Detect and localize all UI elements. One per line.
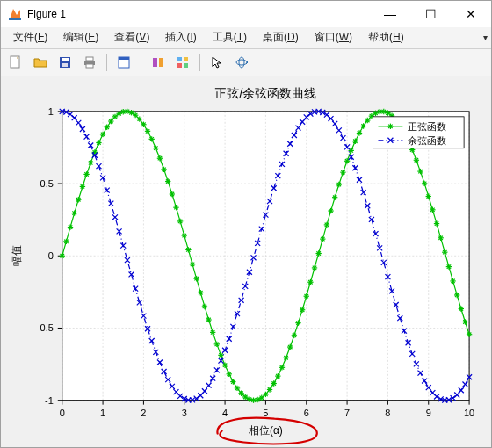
chart-title: 正弦/余弦函数曲线 <box>214 85 316 99</box>
x-tick-label: 2 <box>141 407 146 417</box>
svg-rect-16 <box>177 63 182 68</box>
y-tick-label: -0.5 <box>37 322 54 333</box>
plot-canvas[interactable]: 012345678910-1-0.500.51正弦/余弦函数曲线相位(α)幅值正… <box>1 76 491 447</box>
legend-entry: 余弦函数 <box>408 134 446 145</box>
toolbar <box>1 49 491 76</box>
titlebar: Figure 1 — ☐ ✕ <box>1 1 491 27</box>
svg-rect-13 <box>159 58 163 67</box>
toolbar-separator <box>106 54 107 71</box>
svg-rect-12 <box>153 58 157 67</box>
svg-rect-9 <box>86 64 93 68</box>
save-icon[interactable] <box>54 51 76 74</box>
pointer-icon[interactable] <box>206 51 228 74</box>
x-tick-label: 4 <box>222 407 228 417</box>
legend-entry: 正弦函数 <box>408 120 446 131</box>
link-brush-icon[interactable] <box>147 51 170 74</box>
edit-plot-icon[interactable] <box>112 51 135 74</box>
menu-desktop[interactable]: 桌面(D) <box>256 28 306 47</box>
menu-edit[interactable]: 编辑(E) <box>56 28 105 47</box>
svg-rect-7 <box>86 57 93 61</box>
x-tick-label: 7 <box>344 407 350 417</box>
toolbar-separator <box>199 54 200 71</box>
x-tick-label: 0 <box>60 407 65 417</box>
menu-tools[interactable]: 工具(T) <box>206 28 254 47</box>
minimize-button[interactable]: — <box>370 1 410 27</box>
y-axis-label: 幅值 <box>11 245 23 266</box>
menubar: 文件(F) 编辑(E) 查看(V) 插入(I) 工具(T) 桌面(D) 窗口(W… <box>1 27 491 49</box>
x-tick-label: 8 <box>385 407 390 417</box>
svg-point-18 <box>236 60 247 65</box>
toolbar-separator <box>141 54 141 71</box>
menu-insert[interactable]: 插入(I) <box>158 28 203 47</box>
svg-rect-5 <box>62 58 69 61</box>
figure-window: Figure 1 — ☐ ✕ 文件(F) 编辑(E) 查看(V) 插入(I) 工… <box>0 0 492 448</box>
maximize-button[interactable]: ☐ <box>410 1 451 27</box>
svg-marker-0 <box>10 9 20 19</box>
y-tick-label: -1 <box>45 394 54 405</box>
y-tick-label: 1 <box>48 105 54 116</box>
close-button[interactable]: ✕ <box>451 1 491 27</box>
open-icon[interactable] <box>29 51 52 74</box>
x-tick-label: 9 <box>426 407 431 417</box>
svg-rect-11 <box>119 57 129 60</box>
menu-view[interactable]: 查看(V) <box>107 28 156 47</box>
svg-rect-14 <box>177 57 182 61</box>
x-tick-label: 3 <box>182 407 187 417</box>
x-axis-label: 相位(α) <box>249 423 283 436</box>
data-tip-icon[interactable] <box>171 51 194 74</box>
app-logo-icon <box>8 7 22 21</box>
rotate-3d-icon[interactable] <box>230 51 253 74</box>
svg-point-19 <box>239 57 244 68</box>
new-figure-icon[interactable] <box>4 51 27 74</box>
y-tick-label: 0 <box>48 250 54 261</box>
y-tick-label: 0.5 <box>40 178 54 189</box>
x-tick-label: 1 <box>100 407 105 417</box>
svg-rect-17 <box>184 63 188 68</box>
x-tick-label: 10 <box>464 407 474 417</box>
window-controls: — ☐ ✕ <box>370 1 491 27</box>
axes-panel: 012345678910-1-0.500.51正弦/余弦函数曲线相位(α)幅值正… <box>1 76 491 447</box>
svg-rect-1 <box>9 18 21 20</box>
svg-rect-6 <box>62 63 68 67</box>
window-title: Figure 1 <box>27 8 66 20</box>
print-icon[interactable] <box>78 51 101 74</box>
x-tick-label: 6 <box>304 407 309 417</box>
menu-file[interactable]: 文件(F) <box>6 28 54 47</box>
menu-overflow-icon[interactable]: ▾ <box>483 33 488 42</box>
svg-rect-15 <box>184 57 188 61</box>
menu-help[interactable]: 帮助(H) <box>361 28 411 47</box>
x-tick-label: 5 <box>263 407 268 417</box>
menu-window[interactable]: 窗口(W) <box>308 28 359 47</box>
